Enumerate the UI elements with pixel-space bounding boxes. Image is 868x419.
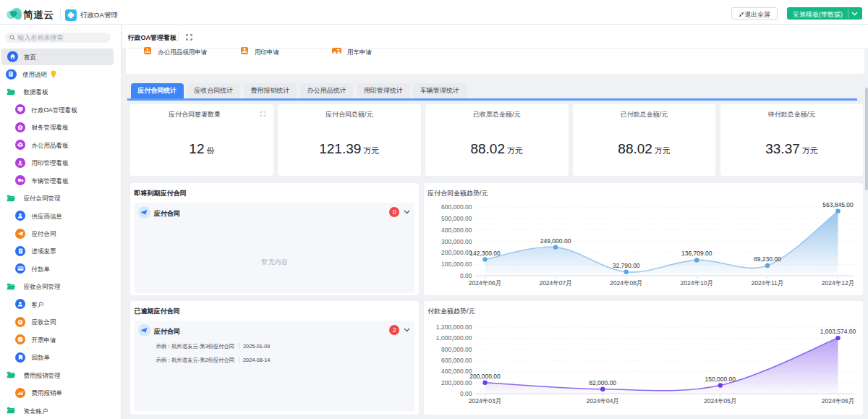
svg-text:500,000.00: 500,000.00	[441, 215, 472, 222]
svg-text:600,000.00: 600,000.00	[441, 203, 472, 211]
svg-text:136,709.00: 136,709.00	[681, 250, 712, 257]
svg-text:2024年06月: 2024年06月	[468, 279, 501, 287]
svg-text:2024年03月: 2024年03月	[468, 397, 501, 405]
svg-text:300,000.00: 300,000.00	[441, 238, 472, 245]
svg-text:32,790.00: 32,790.00	[612, 262, 639, 269]
svg-text:0.00: 0.00	[459, 390, 472, 397]
svg-text:150,000.00: 150,000.00	[705, 376, 736, 383]
svg-text:142,300.00: 142,300.00	[469, 250, 501, 257]
svg-text:0.00: 0.00	[459, 272, 472, 279]
svg-text:600,000.00: 600,000.00	[441, 357, 472, 364]
svg-text:800,000.00: 800,000.00	[441, 346, 472, 353]
svg-text:2024年05月: 2024年05月	[704, 397, 736, 405]
svg-text:200,000.00: 200,000.00	[441, 379, 472, 386]
svg-text:2024年08月: 2024年08月	[610, 279, 642, 287]
svg-text:200,000.00: 200,000.00	[469, 373, 501, 380]
svg-text:563,845.00: 563,845.00	[822, 201, 854, 208]
svg-text:1,000,000.00: 1,000,000.00	[435, 334, 472, 342]
svg-text:1,200,000.00: 1,200,000.00	[435, 323, 472, 331]
svg-text:2024年07月: 2024年07月	[539, 279, 571, 287]
svg-text:400,000.00: 400,000.00	[441, 227, 472, 234]
svg-text:2024年04月: 2024年04月	[586, 397, 618, 405]
svg-text:89,230.00: 89,230.00	[753, 255, 780, 263]
svg-text:100,000.00: 100,000.00	[441, 261, 472, 268]
svg-text:1,003,574.00: 1,003,574.00	[820, 328, 856, 335]
svg-text:400,000.00: 400,000.00	[441, 368, 472, 375]
svg-text:82,000.00: 82,000.00	[589, 379, 616, 386]
svg-text:2024年12月: 2024年12月	[821, 279, 854, 287]
svg-text:200,000.00: 200,000.00	[441, 249, 472, 256]
svg-text:249,000.00: 249,000.00	[540, 237, 571, 245]
svg-text:2024年10月: 2024年10月	[680, 279, 712, 287]
svg-text:2024年06月: 2024年06月	[821, 397, 854, 405]
svg-text:2024年11月: 2024年11月	[751, 279, 783, 287]
